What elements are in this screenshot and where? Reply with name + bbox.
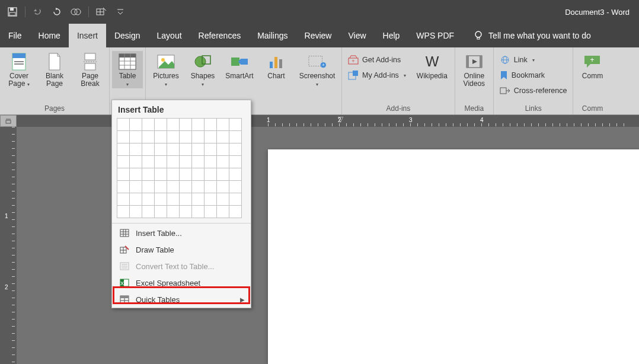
grid-cell[interactable]: [155, 131, 167, 143]
grid-cell[interactable]: [229, 168, 242, 181]
touch-mode-icon[interactable]: [68, 4, 84, 20]
grid-cell[interactable]: [142, 193, 155, 206]
tab-review[interactable]: Review: [296, 24, 340, 47]
grid-cell[interactable]: [205, 193, 217, 206]
grid-cell[interactable]: [217, 206, 229, 218]
grid-cell[interactable]: [192, 193, 205, 206]
grid-cell[interactable]: [130, 168, 142, 181]
grid-cell[interactable]: [180, 156, 192, 168]
grid-cell[interactable]: [229, 206, 242, 218]
grid-cell[interactable]: [167, 156, 180, 168]
grid-cell[interactable]: [217, 131, 229, 143]
shapes-button[interactable]: Shapes▾: [187, 51, 218, 88]
grid-cell[interactable]: [117, 168, 130, 181]
redo-icon[interactable]: [49, 4, 65, 20]
chart-button[interactable]: Chart: [261, 51, 292, 80]
grid-cell[interactable]: [130, 206, 142, 218]
grid-cell[interactable]: [180, 168, 192, 181]
grid-cell[interactable]: [130, 181, 142, 193]
grid-cell[interactable]: [180, 181, 192, 193]
cross-reference-button[interactable]: Cross-reference: [497, 84, 570, 97]
draw-table-qat-icon[interactable]: [94, 4, 109, 20]
save-icon[interactable]: [5, 4, 20, 20]
grid-cell[interactable]: [192, 181, 205, 193]
grid-cell[interactable]: [117, 193, 130, 206]
grid-cell[interactable]: [142, 168, 155, 181]
grid-cell[interactable]: [217, 119, 229, 131]
grid-cell[interactable]: [117, 131, 130, 143]
grid-cell[interactable]: [217, 181, 229, 193]
grid-cell[interactable]: [117, 206, 130, 218]
grid-cell[interactable]: [205, 168, 217, 181]
grid-cell[interactable]: [142, 181, 155, 193]
link-button[interactable]: Link ▾: [497, 53, 570, 66]
cover-page-button[interactable]: Cover Page ▾: [4, 51, 34, 88]
undo-icon[interactable]: [30, 4, 46, 20]
blank-page-button[interactable]: Blank Page: [39, 51, 70, 88]
grid-cell[interactable]: [142, 206, 155, 218]
wikipedia-button[interactable]: W Wikipedia: [413, 51, 451, 80]
grid-cell[interactable]: [180, 143, 192, 156]
qat-customize-icon[interactable]: [113, 4, 128, 20]
grid-cell[interactable]: [155, 119, 167, 131]
grid-cell[interactable]: [167, 143, 180, 156]
insert-table-item[interactable]: Insert Table...: [112, 225, 251, 241]
ruler-scale[interactable]: ▽ 1234: [268, 115, 639, 127]
grid-cell[interactable]: [229, 131, 242, 143]
grid-cell[interactable]: [117, 119, 130, 131]
bookmark-button[interactable]: Bookmark: [497, 69, 570, 82]
grid-cell[interactable]: [130, 156, 142, 168]
comment-button[interactable]: + Comm: [577, 51, 608, 80]
grid-cell[interactable]: [167, 206, 180, 218]
grid-cell[interactable]: [142, 156, 155, 168]
my-addins-button[interactable]: My Add-ins ▾: [346, 69, 408, 82]
tab-help[interactable]: Help: [375, 24, 408, 47]
grid-cell[interactable]: [192, 206, 205, 218]
page-break-button[interactable]: Page Break: [75, 51, 106, 88]
grid-cell[interactable]: [130, 119, 142, 131]
grid-cell[interactable]: [192, 119, 205, 131]
grid-cell[interactable]: [229, 181, 242, 193]
grid-cell[interactable]: [167, 119, 180, 131]
grid-cell[interactable]: [217, 168, 229, 181]
grid-cell[interactable]: [167, 193, 180, 206]
table-button[interactable]: Table▾: [112, 51, 143, 88]
grid-cell[interactable]: [205, 181, 217, 193]
tab-design[interactable]: Design: [106, 24, 149, 47]
tab-view[interactable]: View: [340, 24, 374, 47]
document-page[interactable]: [268, 149, 639, 364]
grid-cell[interactable]: [142, 131, 155, 143]
grid-cell[interactable]: [180, 206, 192, 218]
grid-cell[interactable]: [155, 181, 167, 193]
grid-cell[interactable]: [130, 131, 142, 143]
get-addins-button[interactable]: + Get Add-ins: [346, 53, 408, 66]
grid-cell[interactable]: [155, 143, 167, 156]
online-videos-button[interactable]: Online Videos: [459, 51, 490, 88]
tab-mailings[interactable]: Mailings: [249, 24, 296, 47]
screenshot-button[interactable]: + Screenshot▾: [296, 51, 338, 88]
grid-cell[interactable]: [217, 143, 229, 156]
grid-cell[interactable]: [192, 156, 205, 168]
grid-cell[interactable]: [117, 156, 130, 168]
grid-cell[interactable]: [229, 143, 242, 156]
grid-cell[interactable]: [205, 156, 217, 168]
grid-cell[interactable]: [205, 131, 217, 143]
grid-cell[interactable]: [229, 193, 242, 206]
grid-cell[interactable]: [167, 168, 180, 181]
grid-cell[interactable]: [155, 156, 167, 168]
grid-cell[interactable]: [229, 156, 242, 168]
tab-layout[interactable]: Layout: [149, 24, 190, 47]
grid-cell[interactable]: [229, 119, 242, 131]
grid-cell[interactable]: [142, 143, 155, 156]
grid-cell[interactable]: [180, 131, 192, 143]
grid-cell[interactable]: [142, 119, 155, 131]
grid-cell[interactable]: [205, 119, 217, 131]
grid-cell[interactable]: [155, 168, 167, 181]
table-size-grid[interactable]: [112, 118, 251, 222]
grid-cell[interactable]: [217, 156, 229, 168]
draw-table-item[interactable]: Draw Table: [112, 241, 251, 258]
tab-insert[interactable]: Insert: [69, 24, 106, 47]
smartart-button[interactable]: SmartArt: [223, 51, 256, 80]
grid-cell[interactable]: [130, 143, 142, 156]
tab-wps-pdf[interactable]: WPS PDF: [408, 24, 462, 47]
